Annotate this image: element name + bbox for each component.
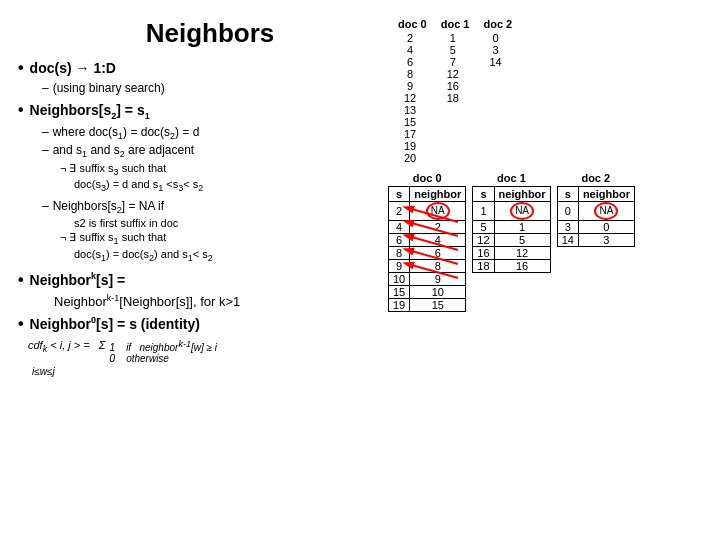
table-row: 10 9 [389, 273, 466, 286]
table-row: 6 4 [389, 234, 466, 247]
top-doc1-table: 1 5 7 12 16 18 [441, 32, 465, 104]
top-doc1-title: doc 1 [441, 18, 470, 30]
table-row: 5 1 [473, 221, 550, 234]
bullet-2-subsub1: ¬ ∃ suffix s3 such that [60, 162, 372, 177]
table-row: 3 [483, 44, 507, 56]
table-row: 19 15 [389, 299, 466, 312]
bullet-1: • doc(s) → 1:D [18, 59, 372, 77]
bullet-2-sub2: – and s1 and s2 are adjacent [42, 143, 372, 159]
bullet-2-na1: s2 is first suffix in doc [74, 217, 372, 229]
bullet-2-na2: ¬ ∃ suffix s1 such that [60, 231, 372, 246]
top-doc2-table: 0 3 14 [483, 32, 507, 68]
table-row: 0 [483, 32, 507, 44]
col-header-neighbor: neighbor [410, 187, 466, 202]
top-doc2-wrap: doc 2 0 3 14 [483, 18, 512, 164]
table-row: 2 NA [389, 202, 466, 221]
bullet-2-text: Neighbors[s2] = s1 [30, 102, 150, 121]
bullet-2-sub1: – where doc(s1) = doc(s2) = d [42, 125, 372, 141]
bullet-2-sub3-text: Neighbors[s2] = NA if [53, 199, 164, 215]
table-row: 14 3 [557, 234, 634, 247]
table-row: 8 6 [389, 247, 466, 260]
col-header-neighbor: neighbor [578, 187, 634, 202]
table-row: 14 [483, 56, 507, 68]
formula-case1: 1 if neighbork-1[w] ≥ i [109, 339, 217, 353]
bottom-doc1-table: s neighbor 1 NA 5 1 [472, 186, 550, 273]
table-row: 15 [398, 116, 422, 128]
bullet-dot-3: • [18, 271, 24, 289]
table-row: 18 [441, 92, 465, 104]
col-header-s: s [389, 187, 410, 202]
bullet-dot-2: • [18, 101, 24, 119]
top-doc1-wrap: doc 1 1 5 7 12 16 18 [441, 18, 470, 164]
col-header-s: s [557, 187, 578, 202]
bullet-4: • Neighbor0[s] = s (identity) [18, 315, 372, 333]
table-row: 12 [398, 92, 422, 104]
bottom-doc0-title: doc 0 [388, 172, 466, 184]
formula-lhs: cdfk < i, j > = Σ [28, 339, 105, 354]
table-row: 0 NA [557, 202, 634, 221]
page: Neighbors • doc(s) → 1:D – (using binary… [0, 0, 720, 540]
table-row: 1 [441, 32, 465, 44]
bottom-doc2-wrap: doc 2 s neighbor 0 NA [557, 172, 635, 312]
bullet-3-text: Neighbork[s] = [30, 271, 126, 288]
bullet-3-detail: Neighbork-1[Neighbor[s]], for k>1 [54, 293, 372, 309]
table-row: 16 [441, 80, 465, 92]
bottom-doc2-title: doc 2 [557, 172, 635, 184]
table-row: 4 [398, 44, 422, 56]
na-badge: NA [594, 202, 618, 220]
bullet-2: • Neighbors[s2] = s1 [18, 101, 372, 121]
bullet-1-sub: – (using binary search) [42, 81, 372, 95]
bottom-doc1-wrap: doc 1 s neighbor 1 NA [472, 172, 550, 312]
top-doc0-table: 2 4 6 8 9 12 13 15 17 19 20 [398, 32, 422, 164]
table-row: 1 NA [473, 202, 550, 221]
na-badge: NA [426, 202, 450, 220]
formula-area: cdfk < i, j > = Σ 1 if neighbork-1[w] ≥ … [28, 339, 372, 377]
table-row: 2 [398, 32, 422, 44]
table-row: 7 [441, 56, 465, 68]
top-doc2-title: doc 2 [483, 18, 512, 30]
col-header-s: s [473, 187, 494, 202]
formula-subscript: i≤w≤j [32, 366, 372, 377]
table-row: 6 [398, 56, 422, 68]
na-badge: NA [510, 202, 534, 220]
table-row: 17 [398, 128, 422, 140]
table-row: 9 8 [389, 260, 466, 273]
bottom-doc1-title: doc 1 [472, 172, 550, 184]
top-doc-tables: doc 0 2 4 6 8 9 12 13 15 17 19 20 [398, 18, 712, 164]
bullet-2-na3: doc(s1) = doc(s2) and s1< s2 [74, 248, 372, 263]
table-row: 15 10 [389, 286, 466, 299]
bullet-2-sub2-text: and s1 and s2 are adjacent [53, 143, 194, 159]
bullet-3: • Neighbork[s] = [18, 271, 372, 289]
table-row: 12 5 [473, 234, 550, 247]
bottom-doc0-wrap: doc 0 s neighbor 2 NA [388, 172, 466, 312]
table-row: 13 [398, 104, 422, 116]
table-row: 20 [398, 152, 422, 164]
bullet-1-sub-text: (using binary search) [53, 81, 165, 95]
table-row: 18 16 [473, 260, 550, 273]
bottom-section: doc 0 s neighbor 2 NA [388, 172, 712, 312]
page-title: Neighbors [48, 18, 372, 49]
bullet-2-subsub2: doc(s3) = d and s1 <s3< s2 [74, 178, 372, 193]
bottom-doc2-table: s neighbor 0 NA 3 0 [557, 186, 635, 247]
bullet-2-sub3: – Neighbors[s2] = NA if [42, 199, 372, 215]
bullet-1-text: doc(s) → 1:D [30, 60, 116, 76]
bullet-2-sub1-text: where doc(s1) = doc(s2) = d [53, 125, 200, 141]
left-panel: Neighbors • doc(s) → 1:D – (using binary… [10, 10, 380, 530]
bullet-dot-1: • [18, 59, 24, 77]
bullet-dot-4: • [18, 315, 24, 333]
top-doc0-title: doc 0 [398, 18, 427, 30]
col-header-neighbor: neighbor [494, 187, 550, 202]
table-row: 16 12 [473, 247, 550, 260]
table-row: 8 [398, 68, 422, 80]
bullet-4-text: Neighbor0[s] = s (identity) [30, 315, 200, 332]
right-panel: doc 0 2 4 6 8 9 12 13 15 17 19 20 [380, 10, 720, 530]
table-row: 4 2 [389, 221, 466, 234]
table-row: 5 [441, 44, 465, 56]
table-row: 3 0 [557, 221, 634, 234]
table-row: 12 [441, 68, 465, 80]
table-row: 9 [398, 80, 422, 92]
top-doc0-wrap: doc 0 2 4 6 8 9 12 13 15 17 19 20 [398, 18, 427, 164]
table-row: 19 [398, 140, 422, 152]
formula-case2: 0 otherwise [109, 353, 217, 364]
bottom-doc0-table: s neighbor 2 NA 4 2 [388, 186, 466, 312]
